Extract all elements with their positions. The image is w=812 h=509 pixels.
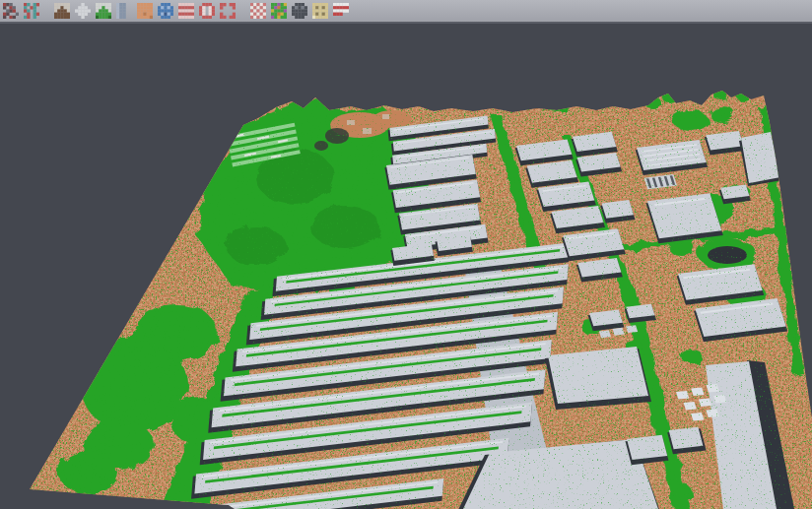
toolbar-button-terrain-green[interactable] [96, 3, 111, 19]
toolbar-button-ortho-tile[interactable] [137, 3, 153, 19]
main-toolbar [0, 0, 812, 24]
application-window [0, 0, 812, 509]
toolbar-button-flag-bars[interactable] [333, 3, 349, 19]
canopy-speckle [0, 26, 812, 509]
ortho-tile-icon [137, 3, 153, 19]
mesh-light-icon [75, 3, 91, 19]
toolbar-button-dark-sphere[interactable] [292, 3, 307, 19]
viewport-3d[interactable] [0, 26, 812, 509]
toolbar-button-color-map[interactable] [271, 3, 287, 19]
toolbar-button-terrain-brown[interactable] [54, 3, 70, 19]
measure-grid-icon [312, 3, 328, 19]
toolbar-button-mesh-light[interactable] [75, 3, 91, 19]
toolbar-button-target-circle[interactable] [199, 3, 215, 19]
profile-view-icon [116, 3, 132, 19]
color-map-icon [271, 3, 287, 19]
crop-marks-icon [220, 3, 236, 19]
point-cloud-classified-icon [24, 3, 39, 19]
toolbar-button-crop-marks[interactable] [220, 3, 236, 19]
flag-bars-icon [333, 3, 349, 19]
toolbar-button-point-cloud-classified[interactable] [24, 3, 39, 19]
toolbar-button-globe[interactable] [158, 3, 173, 19]
toolbar-button-layer-stack[interactable] [178, 3, 194, 19]
dark-sphere-icon [292, 3, 307, 19]
toolbar-button-profile-view[interactable] [116, 3, 132, 19]
terrain-brown-icon [54, 3, 70, 19]
toolbar-button-measure-grid[interactable] [312, 3, 328, 19]
point-cloud-rgb-icon [3, 3, 19, 19]
terrain-green-icon [96, 3, 111, 19]
checker-texture-icon [250, 3, 266, 19]
toolbar-button-checker-texture[interactable] [250, 3, 266, 19]
point-cloud-scene [0, 26, 812, 509]
globe-icon [158, 3, 173, 19]
layer-stack-icon [178, 3, 194, 19]
toolbar-button-point-cloud-rgb[interactable] [3, 3, 19, 19]
target-circle-icon [199, 3, 215, 19]
